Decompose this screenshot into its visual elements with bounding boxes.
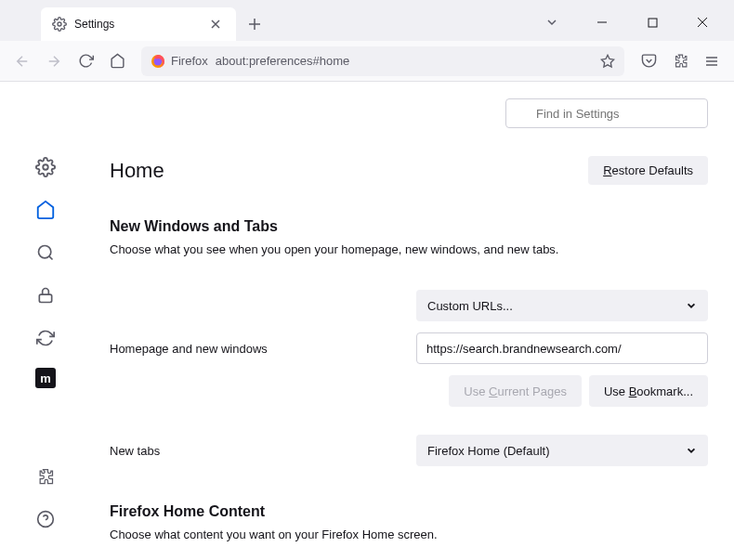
svg-point-0	[58, 22, 61, 26]
new-tab-button[interactable]	[240, 9, 269, 39]
app-menu-button[interactable]	[697, 46, 727, 76]
section-desc-homecontent: Choose what content you want on your Fir…	[110, 527, 708, 541]
sidebar-privacy-icon[interactable]	[33, 282, 59, 308]
tabs-dropdown-button[interactable]	[535, 9, 569, 35]
use-bookmark-button[interactable]: Use Bookmark...	[589, 375, 708, 407]
chevron-down-icon	[686, 445, 697, 456]
newtabs-value: Firefox Home (Default)	[427, 444, 549, 458]
home-button[interactable]	[102, 46, 132, 76]
window-minimize-button[interactable]	[585, 9, 619, 35]
sidebar-sync-icon[interactable]	[33, 325, 59, 351]
section-desc-newwindows: Choose what you see when you open your h…	[110, 242, 708, 256]
firefox-icon	[151, 54, 165, 69]
page-title: Home	[110, 159, 164, 183]
newtabs-label: New tabs	[110, 444, 416, 458]
identity-box[interactable]: Firefox	[151, 54, 208, 69]
tab-bar: Settings	[0, 0, 734, 41]
bookmark-star-icon[interactable]	[600, 54, 615, 69]
homepage-label: Homepage and new windows	[110, 342, 416, 356]
forward-button[interactable]	[39, 46, 69, 76]
restore-defaults-button[interactable]: Restore Defaults	[588, 156, 708, 185]
sidebar-search-icon[interactable]	[33, 240, 59, 266]
tab-close-button[interactable]	[206, 15, 225, 33]
homepage-mode-value: Custom URLs...	[427, 299, 513, 313]
chevron-down-icon	[686, 300, 697, 311]
svg-point-5	[43, 164, 48, 170]
sidebar-help-icon[interactable]	[33, 506, 59, 532]
find-in-settings-input[interactable]	[505, 98, 708, 128]
section-title-newwindows: New Windows and Tabs	[110, 218, 708, 235]
reload-button[interactable]	[71, 46, 100, 76]
url-bar[interactable]: Firefox about:preferences#home	[141, 46, 624, 76]
sidebar-home-icon[interactable]	[33, 197, 59, 223]
svg-line-7	[49, 256, 53, 260]
settings-main: Home Restore Defaults New Windows and Ta…	[91, 82, 734, 560]
url-text: about:preferences#home	[216, 54, 593, 68]
pocket-button[interactable]	[634, 46, 663, 76]
back-button[interactable]	[7, 46, 37, 76]
window-close-button[interactable]	[686, 9, 719, 35]
sidebar-mozilla-icon[interactable]: m	[35, 368, 56, 388]
newtabs-select[interactable]: Firefox Home (Default)	[416, 435, 708, 466]
gear-icon	[52, 17, 67, 32]
svg-point-6	[39, 246, 51, 258]
tab-title: Settings	[74, 18, 199, 31]
sidebar-extensions-icon[interactable]	[33, 463, 59, 489]
svg-rect-8	[39, 294, 51, 302]
browser-tab[interactable]: Settings	[41, 7, 236, 41]
extensions-button[interactable]	[665, 46, 695, 76]
sidebar-general-icon[interactable]	[33, 154, 59, 180]
svg-rect-1	[649, 19, 657, 27]
identity-label: Firefox	[171, 54, 208, 68]
navigation-toolbar: Firefox about:preferences#home	[0, 41, 734, 82]
homepage-url-input[interactable]	[416, 332, 708, 364]
settings-sidebar: m	[0, 82, 91, 560]
section-title-homecontent: Firefox Home Content	[110, 503, 708, 520]
svg-marker-4	[601, 55, 613, 67]
use-current-pages-button[interactable]: Use Current Pages	[449, 375, 582, 407]
homepage-mode-select[interactable]: Custom URLs...	[416, 290, 708, 321]
window-maximize-button[interactable]	[636, 9, 669, 35]
